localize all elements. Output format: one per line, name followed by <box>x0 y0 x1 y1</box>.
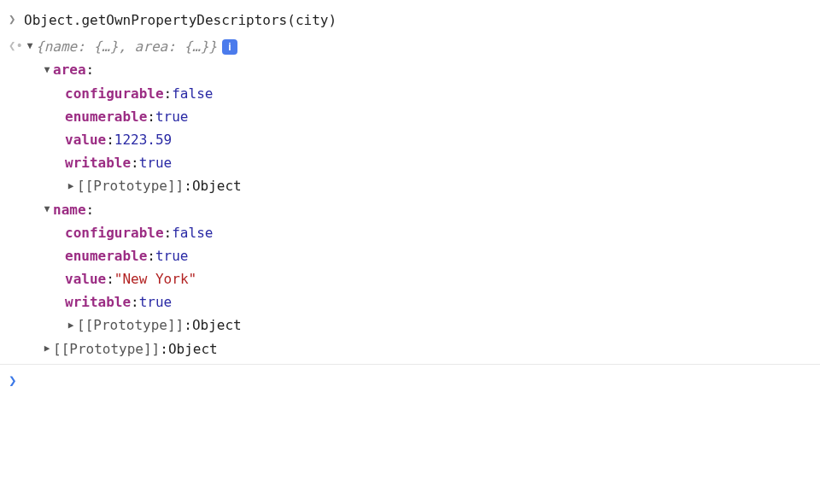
property-value: false <box>172 221 213 244</box>
root-row[interactable]: ▼ {name: {…}, area: {…}} i <box>24 35 811 58</box>
prototype-value: Object <box>168 337 218 360</box>
expand-arrow-right-icon[interactable]: ▶ <box>65 179 77 195</box>
property-key: value <box>65 128 106 151</box>
property-key: enumerable <box>65 244 147 267</box>
output-chevron-icon: ❮• <box>9 35 24 56</box>
expand-arrow-down-icon[interactable]: ▼ <box>24 38 36 55</box>
expand-arrow-down-icon[interactable]: ▼ <box>41 62 53 79</box>
property-row[interactable]: configurable: false <box>24 221 811 244</box>
property-value: false <box>172 82 213 105</box>
expand-arrow-down-icon[interactable]: ▼ <box>41 202 53 218</box>
prompt-chevron-icon: ❯ <box>9 368 24 392</box>
property-row[interactable]: value: 1223.59 <box>24 128 811 151</box>
expand-arrow-right-icon[interactable]: ▶ <box>65 318 77 334</box>
property-key: writable <box>65 290 131 314</box>
property-key: value <box>65 267 106 290</box>
property-name: name <box>53 198 86 221</box>
property-value: "New York" <box>114 267 196 290</box>
preview-val: {…} <box>85 38 119 55</box>
property-key: enumerable <box>65 105 147 128</box>
console-prompt-line[interactable]: ❯ <box>0 365 820 396</box>
property-row[interactable]: value: "New York" <box>24 267 811 290</box>
property-name: area <box>53 58 86 81</box>
prototype-value: Object <box>192 174 242 197</box>
property-value: true <box>155 244 189 267</box>
console-output-line: ❮• ▼ {name: {…}, area: {…}} i ▼ area: co… <box>0 33 820 362</box>
property-area-row[interactable]: ▼ area: <box>24 58 811 81</box>
prototype-value: Object <box>192 314 242 337</box>
console-input-line: ❯ Object.getOwnPropertyDescriptors(city) <box>0 7 820 33</box>
prototype-key: [[Prototype]] <box>77 314 184 337</box>
property-value: true <box>155 105 189 128</box>
property-row[interactable]: enumerable: true <box>24 105 811 128</box>
property-key: writable <box>65 151 131 174</box>
input-chevron-icon: ❯ <box>9 9 24 30</box>
property-name-row[interactable]: ▼ name: <box>24 198 811 221</box>
prototype-row[interactable]: ▶ [[Prototype]]: Object <box>24 174 811 197</box>
preview-key: area: <box>135 38 176 55</box>
property-key: configurable <box>65 82 164 105</box>
property-row[interactable]: writable: true <box>24 290 811 314</box>
console-input-text: Object.getOwnPropertyDescriptors(city) <box>24 9 337 32</box>
preview-sep: , <box>118 38 134 55</box>
preview-key: name: <box>44 38 85 55</box>
expand-arrow-right-icon[interactable]: ▶ <box>41 341 53 357</box>
property-row[interactable]: enumerable: true <box>24 244 811 267</box>
preview-brace-close: } <box>208 38 217 55</box>
property-value: true <box>139 290 173 314</box>
info-icon[interactable]: i <box>222 39 237 55</box>
property-row[interactable]: writable: true <box>24 151 811 174</box>
property-row[interactable]: configurable: false <box>24 82 811 105</box>
preview-val: {…} <box>176 38 209 55</box>
property-value: true <box>139 151 173 174</box>
property-value: 1223.59 <box>114 128 172 151</box>
object-preview: {name: {…}, area: {…}} <box>36 35 217 58</box>
object-tree: ▼ {name: {…}, area: {…}} i ▼ area: confi… <box>24 35 811 360</box>
prototype-row[interactable]: ▶ [[Prototype]]: Object <box>24 314 811 337</box>
prototype-key: [[Prototype]] <box>77 174 184 197</box>
prototype-row[interactable]: ▶ [[Prototype]]: Object <box>24 337 811 360</box>
preview-brace-open: { <box>36 38 44 55</box>
property-key: configurable <box>65 221 164 244</box>
prototype-key: [[Prototype]] <box>53 337 160 360</box>
